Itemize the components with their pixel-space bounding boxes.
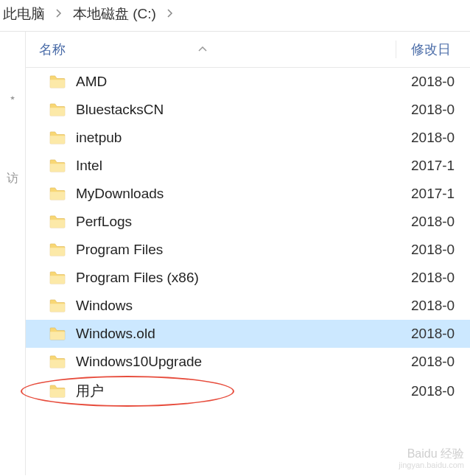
file-name: AMD [76,74,396,90]
folder-icon [49,131,66,144]
column-header-name[interactable]: 名称 [39,41,396,58]
file-date: 2018-0 [396,130,470,146]
breadcrumb-item-drive[interactable]: 本地磁盘 (C:) [70,4,159,24]
file-date: 2017-1 [396,186,470,202]
file-row[interactable]: inetpub2018-0 [26,124,470,152]
file-row[interactable]: Windows.old2018-0 [26,320,470,348]
file-name: Windows [76,298,396,314]
sidebar-label: 访 [7,171,18,186]
folder-icon [49,299,66,312]
folder-icon [49,327,66,340]
folder-icon [49,271,66,284]
folder-icon [49,243,66,256]
file-date: 2018-0 [396,242,470,258]
file-row[interactable]: Windows10Upgrade2018-0 [26,348,470,376]
file-row[interactable]: Program Files (x86)2018-0 [26,264,470,292]
breadcrumb-item-pc[interactable]: 此电脑 [0,4,48,24]
file-name: inetpub [76,130,396,146]
file-row[interactable]: AMD2018-0 [26,68,470,96]
folder-icon [49,215,66,228]
file-name: PerfLogs [76,214,396,230]
file-row[interactable]: MyDownloads2017-1 [26,180,470,208]
column-headers: 名称 修改日 [26,32,470,68]
folder-icon [49,103,66,116]
file-name: Intel [76,158,396,174]
file-name: Program Files [76,242,396,258]
file-date: 2018-0 [396,326,470,342]
file-date: 2017-1 [396,158,470,174]
file-date: 2018-0 [396,383,470,399]
file-name: Program Files (x86) [76,270,396,286]
sort-indicator-icon [198,44,207,55]
file-row[interactable]: 用户2018-0 [26,376,470,407]
sidebar-pin-icon: ⋆ [9,91,16,105]
file-name: BluestacksCN [76,102,396,118]
file-date: 2018-0 [396,298,470,314]
file-row[interactable]: BluestacksCN2018-0 [26,96,470,124]
file-name: 用户 [76,382,396,401]
sidebar: ⋆ 访 [0,32,26,475]
chevron-right-icon [48,8,70,20]
folder-icon [49,187,66,200]
watermark: Baidu 经验 jingyan.baidu.com [399,447,464,470]
file-name: MyDownloads [76,186,396,202]
file-date: 2018-0 [396,74,470,90]
file-row[interactable]: Windows2018-0 [26,292,470,320]
folder-icon [49,159,66,172]
file-date: 2018-0 [396,270,470,286]
file-date: 2018-0 [396,354,470,370]
folder-icon [49,385,66,398]
file-row[interactable]: PerfLogs2018-0 [26,208,470,236]
file-name: Windows10Upgrade [76,354,396,370]
breadcrumb[interactable]: 此电脑 本地磁盘 (C:) [0,0,470,32]
folder-icon [49,355,66,368]
file-row[interactable]: Intel2017-1 [26,152,470,180]
file-list: AMD2018-0BluestacksCN2018-0inetpub2018-0… [26,68,470,475]
file-date: 2018-0 [396,102,470,118]
file-date: 2018-0 [396,214,470,230]
file-name: Windows.old [76,326,396,342]
folder-icon [49,75,66,88]
column-header-date[interactable]: 修改日 [396,41,470,58]
file-row[interactable]: Program Files2018-0 [26,236,470,264]
chevron-right-icon [159,8,181,20]
